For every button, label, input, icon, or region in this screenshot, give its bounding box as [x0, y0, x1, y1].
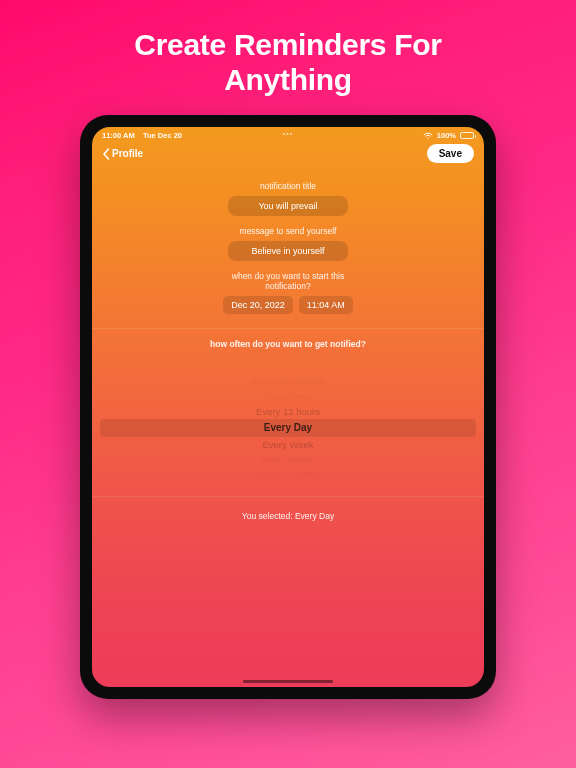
- status-date: Tue Dec 20: [143, 131, 182, 140]
- title-label: notification title: [260, 181, 316, 191]
- headline-line2: Anything: [134, 63, 441, 98]
- section-divider: [92, 496, 484, 497]
- picker-option[interactable]: Every Hour: [264, 391, 312, 402]
- picker-list: Every 15 MinutesEvery HourEvery 12 hours…: [92, 374, 484, 482]
- datetime-row: Dec 20, 2022 11:04 AM: [223, 296, 353, 314]
- back-button[interactable]: Profile: [102, 148, 143, 160]
- selection-summary: You selected: Every Day: [242, 511, 334, 521]
- device-frame: ••• 11:00 AM Tue Dec 20 100%: [80, 115, 496, 699]
- status-right: 100%: [423, 131, 474, 140]
- battery-icon: [460, 132, 474, 139]
- marketing-headline: Create Reminders For Anything: [134, 28, 441, 97]
- frequency-picker[interactable]: Every 15 MinutesEvery HourEvery 12 hours…: [92, 366, 484, 490]
- frequency-label: how often do you want to get notified?: [210, 339, 366, 349]
- title-input[interactable]: You will prevail: [228, 196, 348, 216]
- date-picker[interactable]: Dec 20, 2022: [223, 296, 293, 314]
- message-label: message to send yourself: [240, 226, 337, 236]
- nav-bar: Profile Save: [92, 142, 484, 171]
- home-indicator: [243, 680, 333, 683]
- back-label: Profile: [112, 148, 143, 159]
- app-screen: ••• 11:00 AM Tue Dec 20 100%: [92, 127, 484, 687]
- picker-option[interactable]: Every 15 Minutes: [251, 376, 324, 387]
- battery-percent: 100%: [437, 131, 456, 140]
- wifi-icon: [423, 132, 433, 140]
- chevron-left-icon: [102, 148, 110, 160]
- time-picker[interactable]: 11:04 AM: [299, 296, 353, 314]
- picker-option[interactable]: Every Month: [261, 454, 314, 465]
- start-label: when do you want to start this notificat…: [208, 271, 368, 291]
- section-divider: [92, 328, 484, 329]
- status-left: 11:00 AM Tue Dec 20: [102, 131, 182, 140]
- form-content: notification title You will prevail mess…: [92, 171, 484, 521]
- status-bar: 11:00 AM Tue Dec 20 100%: [92, 127, 484, 142]
- message-input[interactable]: Believe in yourself: [228, 241, 348, 261]
- headline-line1: Create Reminders For: [134, 28, 441, 61]
- status-time: 11:00 AM: [102, 131, 135, 140]
- picker-option[interactable]: Every 3 Months: [255, 469, 321, 480]
- picker-option[interactable]: Every Week: [262, 437, 313, 452]
- picker-option[interactable]: Every 12 hours: [256, 404, 320, 419]
- picker-option[interactable]: Every Day: [264, 419, 312, 437]
- svg-point-0: [427, 137, 428, 138]
- save-button[interactable]: Save: [427, 144, 474, 163]
